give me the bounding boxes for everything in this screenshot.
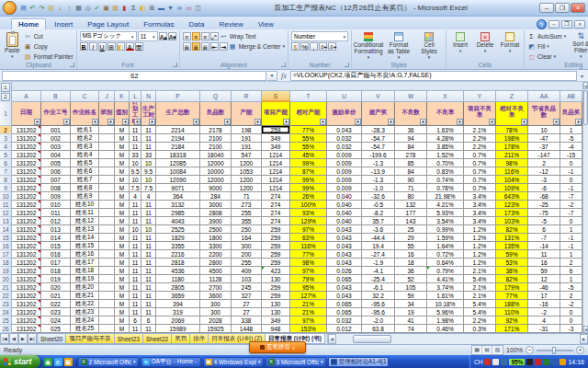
cell-T9[interactable]: 99% <box>290 184 327 192</box>
cell-A12[interactable]: 131202 <box>12 209 41 217</box>
cell-A18[interactable]: 131202 <box>12 259 41 267</box>
cell-R3[interactable]: 191 <box>232 134 262 143</box>
cell-X4[interactable]: 3.85% <box>427 143 464 151</box>
column-header-U[interactable]: U <box>327 91 362 102</box>
cell-S13[interactable]: 274 <box>262 217 290 225</box>
column-header-T[interactable]: T <box>290 91 327 102</box>
row-header-9[interactable]: 9 <box>0 184 12 192</box>
internet-explorer-icon[interactable]: e <box>54 358 62 366</box>
cell-W18[interactable]: 18 <box>395 259 427 267</box>
cell-N19[interactable]: 11 <box>141 267 156 275</box>
cell-A24[interactable]: 131202 <box>12 308 41 316</box>
cell-L10[interactable]: 4 <box>130 192 141 201</box>
cell-AA16[interactable]: -14 <box>528 242 560 250</box>
sort-ascending-icon[interactable]: ↓ <box>56 4 64 13</box>
cell-X14[interactable]: 0.99% <box>427 225 464 234</box>
cell-P8[interactable]: 12090 <box>156 176 200 184</box>
cell-Y2[interactable]: 2.1% <box>464 126 496 134</box>
cell-AB15[interactable]: -1 <box>560 234 582 242</box>
cell-Z10[interactable]: 643% <box>496 192 528 201</box>
cell-K14[interactable]: M <box>115 225 130 234</box>
cell-X23[interactable]: 10.18% <box>427 300 464 308</box>
cell-K6[interactable]: M <box>115 159 130 167</box>
cell-AA17[interactable]: 11 <box>528 250 560 259</box>
row-header-8[interactable]: 8 <box>0 176 12 184</box>
cell-V25[interactable]: -2.0 <box>362 316 395 325</box>
header-cell-U[interactable]: 激励单价▼ <box>327 102 362 126</box>
cell-L19[interactable]: 11 <box>130 267 141 275</box>
vertical-scroll-thumb[interactable] <box>583 90 588 125</box>
row-header-20[interactable]: 20 <box>0 275 12 283</box>
cell-Y12[interactable]: 3.4% <box>464 209 496 217</box>
align-top-button[interactable]: ≡ <box>183 32 191 40</box>
cell-C7[interactable]: 姓名6 <box>71 167 99 176</box>
cell-P26[interactable]: 15989 <box>156 325 200 333</box>
cell-Y19[interactable]: 2.1% <box>464 267 496 275</box>
zoom-slider-thumb[interactable] <box>552 347 556 354</box>
normal-view-icon[interactable]: ▦ <box>472 346 482 354</box>
tab-home[interactable]: Home <box>11 18 46 29</box>
sheet-nav-prev-icon[interactable]: ◀ <box>9 334 18 344</box>
cell-T5[interactable]: 45% <box>290 151 327 159</box>
increase-decimal-button[interactable]: .0↞ <box>319 42 327 51</box>
cell-W5[interactable]: 278 <box>395 151 427 159</box>
cell-Y20[interactable]: 5.4% <box>464 275 496 283</box>
cell-C4[interactable]: 姓名3 <box>71 143 99 151</box>
restore-button[interactable]: ❐ <box>555 3 570 13</box>
header-cell-L[interactable]: 计划工时▼ <box>130 102 141 126</box>
sheet-nav-first-icon[interactable]: |◀ <box>0 334 9 344</box>
cell-T18[interactable]: 98% <box>290 259 327 267</box>
cell-J17[interactable] <box>99 250 115 259</box>
filter-dropdown-icon-Q[interactable]: ▼ <box>224 119 231 125</box>
cell-X19[interactable]: 0.79% <box>427 267 464 275</box>
cell-X22[interactable]: 1.61% <box>427 292 464 300</box>
accounting-format-button[interactable]: $ <box>291 42 300 51</box>
cell-J12[interactable] <box>99 209 115 217</box>
cell-K8[interactable]: M <box>115 176 130 184</box>
header-cell-S[interactable]: 项目产能▼ <box>262 102 290 126</box>
cell-V2[interactable]: -28.3 <box>362 126 395 134</box>
cell-Z22[interactable]: 77% <box>496 292 528 300</box>
cell-S7[interactable]: 1214 <box>262 167 290 176</box>
cell-N24[interactable]: 11 <box>141 308 156 316</box>
row-header-13[interactable]: 13 <box>0 217 12 225</box>
workbook-restore-button[interactable]: ❐ <box>561 20 572 29</box>
cell-T24[interactable]: 21% <box>290 308 327 316</box>
cell-AB12[interactable]: -7 <box>560 209 582 217</box>
cell-N6[interactable]: 10 <box>141 159 156 167</box>
cell-A10[interactable]: 131202 <box>12 192 41 201</box>
cell-J14[interactable] <box>99 225 115 234</box>
cell-Q19[interactable]: 4500 <box>200 267 232 275</box>
filter-dropdown-icon-S[interactable]: ▼ <box>283 119 289 125</box>
cell-C15[interactable]: 姓名14 <box>71 234 99 242</box>
tray-icon-4[interactable] <box>535 359 541 365</box>
column-header-A[interactable]: A <box>12 91 41 102</box>
font-color-button[interactable]: A <box>126 42 134 51</box>
clear-button[interactable]: ◻Clear▾ <box>527 52 566 61</box>
cell-AA26[interactable]: -31 <box>528 325 560 333</box>
cell-S9[interactable]: 1214 <box>262 184 290 192</box>
cell-J8[interactable] <box>99 176 115 184</box>
cell-AA4[interactable]: -37 <box>528 143 560 151</box>
office-button[interactable] <box>3 1 17 15</box>
cell-W10[interactable]: 80 <box>395 192 427 201</box>
cell-R19[interactable]: 409 <box>232 267 262 275</box>
cell-K23[interactable]: M <box>115 300 130 308</box>
cell-T2[interactable]: 77% <box>290 126 327 134</box>
camera-icon[interactable]: ◫ <box>194 4 202 13</box>
row-header-2[interactable]: 2 <box>0 126 12 134</box>
cell-X12[interactable]: 5.93% <box>427 209 464 217</box>
cell-T20[interactable]: 79% <box>290 275 327 283</box>
cell-A21[interactable]: 131202 <box>12 283 41 292</box>
cell-AA22[interactable]: 17 <box>528 292 560 300</box>
cell-K11[interactable]: M <box>115 201 130 209</box>
cell-AA14[interactable]: 6 <box>528 225 560 234</box>
cell-X6[interactable]: 0.70% <box>427 159 464 167</box>
cell-J23[interactable] <box>99 300 115 308</box>
header-cell-W[interactable]: 不良数▼ <box>395 102 427 126</box>
cell-C12[interactable]: 姓名11 <box>71 209 99 217</box>
align-bottom-button[interactable]: ≡ <box>201 32 209 40</box>
cell-J2[interactable] <box>99 126 115 134</box>
ime-tray-icon[interactable] <box>484 359 491 365</box>
cell-K2[interactable]: M <box>115 126 130 134</box>
